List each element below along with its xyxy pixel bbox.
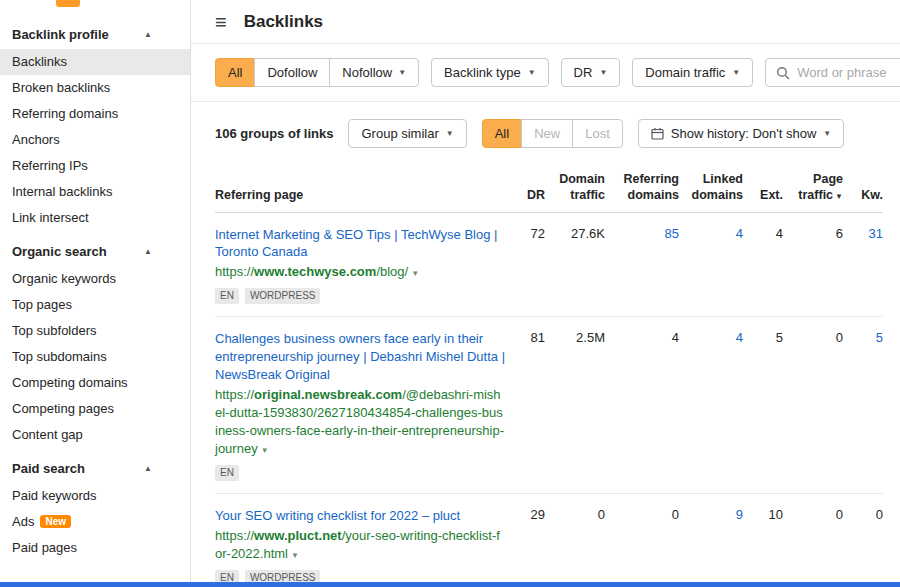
collapse-arrow-icon: ▲ xyxy=(144,464,152,473)
groups-count: 106 groups of links xyxy=(215,126,333,141)
page-title: Backlinks xyxy=(244,12,323,32)
referring-page-url[interactable]: https://www.techwyse.com/blog/▼ xyxy=(215,263,505,281)
sidebar-section-paid-search: Paid search ▲ Paid keywords AdsNew Paid … xyxy=(0,454,190,561)
state-all-button[interactable]: All xyxy=(482,119,522,148)
sidebar-item-broken-backlinks[interactable]: Broken backlinks xyxy=(0,75,190,101)
sidebar-item-paid-pages[interactable]: Paid pages xyxy=(0,535,190,561)
url-dropdown-icon[interactable]: ▼ xyxy=(261,446,269,455)
menu-icon[interactable]: ≡ xyxy=(215,14,227,30)
search-input[interactable] xyxy=(797,65,900,80)
state-lost-button[interactable]: Lost xyxy=(572,119,623,148)
sidebar-item-top-pages[interactable]: Top pages xyxy=(0,292,190,318)
referring-domains-value: 85 xyxy=(605,212,679,317)
search-icon xyxy=(776,66,790,80)
state-new-button[interactable]: New xyxy=(521,119,573,148)
referring-page-url[interactable]: https://www.pluct.net/your-seo-writing-c… xyxy=(215,527,505,563)
main-content: ≡ Backlinks All Dofollow Nofollow ▼ Back… xyxy=(191,0,900,582)
sort-desc-icon: ▼ xyxy=(835,192,843,201)
linked-domains-value: 9 xyxy=(679,493,743,582)
backlink-row: Challenges business owners face early in… xyxy=(215,317,883,494)
sidebar-item-ads[interactable]: AdsNew xyxy=(0,509,190,535)
sidebar-item-competing-domains[interactable]: Competing domains xyxy=(0,370,190,396)
col-page-traffic[interactable]: Page traffic▼ xyxy=(783,161,843,212)
page-traffic-value: 6 xyxy=(783,212,843,317)
bottom-edge xyxy=(0,582,900,587)
col-linked-domains[interactable]: Linked domains xyxy=(679,161,743,212)
section-title: Backlink profile xyxy=(12,27,109,42)
chevron-down-icon: ▼ xyxy=(823,129,831,138)
referring-page-cell: Your SEO writing checklist for 2022 – pl… xyxy=(215,493,505,582)
ext-value: 5 xyxy=(743,317,783,494)
domain-traffic-value: 27.6K xyxy=(545,212,605,317)
linked-domains-value: 4 xyxy=(679,212,743,317)
url-dropdown-icon[interactable]: ▼ xyxy=(411,269,419,278)
sidebar-item-backlinks[interactable]: Backlinks xyxy=(0,49,190,75)
collapse-arrow-icon: ▲ xyxy=(144,247,152,256)
sidebar-item-top-subfolders[interactable]: Top subfolders xyxy=(0,318,190,344)
section-title: Paid search xyxy=(12,461,85,476)
sidebar-item-referring-domains[interactable]: Referring domains xyxy=(0,101,190,127)
group-similar-dropdown[interactable]: Group similar ▼ xyxy=(348,119,466,148)
show-history-dropdown[interactable]: Show history: Don't show ▼ xyxy=(638,119,844,148)
section-header-organic-search[interactable]: Organic search ▲ xyxy=(0,237,190,266)
sidebar-item-organic-keywords[interactable]: Organic keywords xyxy=(0,266,190,292)
language-badge: EN xyxy=(215,465,239,481)
sidebar-item-link-intersect[interactable]: Link intersect xyxy=(0,205,190,231)
kw-value: 0 xyxy=(843,493,883,582)
col-referring-page[interactable]: Referring page xyxy=(215,161,505,212)
sidebar-item-referring-ips[interactable]: Referring IPs xyxy=(0,153,190,179)
chevron-down-icon: ▼ xyxy=(528,68,536,77)
col-domain-traffic[interactable]: Domain traffic xyxy=(545,161,605,212)
domain-traffic-value: 0 xyxy=(545,493,605,582)
backlink-row: Your SEO writing checklist for 2022 – pl… xyxy=(215,493,883,582)
ext-value: 10 xyxy=(743,493,783,582)
sidebar-item-internal-backlinks[interactable]: Internal backlinks xyxy=(0,179,190,205)
filter-all-button[interactable]: All xyxy=(215,58,255,87)
sidebar-item-paid-keywords[interactable]: Paid keywords xyxy=(0,483,190,509)
backlink-type-dropdown[interactable]: Backlink type ▼ xyxy=(431,58,549,87)
chevron-down-icon: ▼ xyxy=(732,68,740,77)
chevron-down-icon: ▼ xyxy=(599,68,607,77)
language-badge: EN xyxy=(215,288,239,304)
badges: EN xyxy=(215,465,505,481)
sidebar-item-top-subdomains[interactable]: Top subdomains xyxy=(0,344,190,370)
section-header-backlink-profile[interactable]: Backlink profile ▲ xyxy=(0,20,190,49)
filter-nofollow-button[interactable]: Nofollow ▼ xyxy=(329,58,419,87)
search-box xyxy=(765,58,900,87)
page-header: ≡ Backlinks xyxy=(191,0,900,44)
sidebar-item-anchors[interactable]: Anchors xyxy=(0,127,190,153)
section-header-paid-search[interactable]: Paid search ▲ xyxy=(0,454,190,483)
referring-page-url[interactable]: https://original.newsbreak.com/@debashri… xyxy=(215,386,505,458)
referring-domains-value: 4 xyxy=(605,317,679,494)
url-dropdown-icon[interactable]: ▼ xyxy=(291,551,299,560)
table-header-row: Referring page DR Domain traffic Referri… xyxy=(215,161,883,212)
kw-value: 31 xyxy=(843,212,883,317)
calendar-icon xyxy=(651,127,664,140)
dr-value: 29 xyxy=(505,493,545,582)
filter-dofollow-button[interactable]: Dofollow xyxy=(254,58,330,87)
referring-page-title-link[interactable]: Internet Marketing & SEO Tips | TechWyse… xyxy=(215,226,505,262)
dofollow-filter-segment: All Dofollow Nofollow ▼ xyxy=(215,58,419,87)
col-kw[interactable]: Kw. xyxy=(843,161,883,212)
kw-value: 5 xyxy=(843,317,883,494)
referring-domains-value: 0 xyxy=(605,493,679,582)
referring-page-cell: Challenges business owners face early in… xyxy=(215,317,505,494)
linked-domains-value: 4 xyxy=(679,317,743,494)
referring-page-title-link[interactable]: Challenges business owners face early in… xyxy=(215,330,505,384)
referring-page-cell: Internet Marketing & SEO Tips | TechWyse… xyxy=(215,212,505,317)
ext-value: 4 xyxy=(743,212,783,317)
col-ext[interactable]: Ext. xyxy=(743,161,783,212)
col-dr[interactable]: DR xyxy=(505,161,545,212)
sidebar-item-content-gap[interactable]: Content gap xyxy=(0,422,190,448)
sidebar-item-competing-pages[interactable]: Competing pages xyxy=(0,396,190,422)
sidebar-item-label: Ads xyxy=(12,514,34,529)
chevron-down-icon: ▼ xyxy=(446,129,454,138)
filter-bar: All Dofollow Nofollow ▼ Backlink type ▼ … xyxy=(191,44,900,102)
sidebar-section-organic-search: Organic search ▲ Organic keywords Top pa… xyxy=(0,237,190,448)
col-referring-domains[interactable]: Referring domains xyxy=(605,161,679,212)
referring-page-title-link[interactable]: Your SEO writing checklist for 2022 – pl… xyxy=(215,507,505,525)
domain-traffic-dropdown[interactable]: Domain traffic ▼ xyxy=(632,58,753,87)
dr-dropdown[interactable]: DR ▼ xyxy=(561,58,621,87)
dr-value: 81 xyxy=(505,317,545,494)
badges: EN WORDPRESS xyxy=(215,288,505,304)
